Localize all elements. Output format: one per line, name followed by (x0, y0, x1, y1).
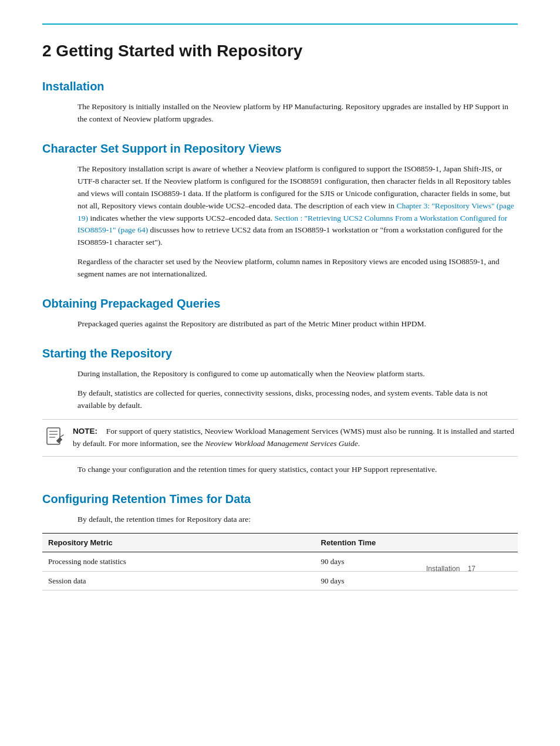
section-configuring: Configuring Retention Times for Data By … (42, 490, 518, 590)
starting-para-1: During installation, the Repository is c… (77, 368, 518, 380)
note-label: NOTE: (73, 427, 104, 436)
character-set-para-2: Regardless of the character set used by … (77, 256, 518, 281)
note-text: For support of query statistics, Neoview… (73, 427, 514, 448)
section-starting: Starting the Repository During installat… (42, 345, 518, 476)
section-heading-character-set: Character Set Support in Repository View… (42, 140, 518, 157)
table-header-metric: Repository Metric (42, 533, 315, 552)
page-footer: Installation 17 (42, 563, 518, 574)
section-installation: Installation The Repository is initially… (42, 77, 518, 126)
note-box: NOTE: For support of query statistics, N… (42, 419, 518, 457)
svg-line-4 (60, 435, 63, 437)
starting-para-2: By default, statistics are collected for… (77, 387, 518, 412)
starting-after-note: To change your configuration and the ret… (77, 464, 518, 476)
retention-table: Repository Metric Retention Time Process… (42, 533, 518, 591)
section-heading-installation: Installation (42, 77, 518, 95)
configuring-para-1: By default, the retention times for Repo… (77, 514, 518, 526)
footer-left: Installation 17 (426, 563, 475, 574)
chapter-title: 2 Getting Started with Repository (42, 39, 518, 63)
section-character-set: Character Set Support in Repository View… (42, 140, 518, 281)
section-heading-configuring: Configuring Retention Times for Data (42, 490, 518, 508)
section-heading-starting: Starting the Repository (42, 345, 518, 362)
link-section-ucs2[interactable]: Section : "Retrieving UCS2 Columns From … (77, 214, 507, 235)
installation-para-1: The Repository is initially installed on… (77, 101, 518, 126)
page-top-rule (42, 23, 518, 25)
prepackaged-para-1: Prepackaged queries against the Reposito… (77, 318, 518, 330)
note-content: NOTE: For support of query statistics, N… (73, 426, 518, 450)
section-prepackaged: Obtaining Prepackaged Queries Prepackage… (42, 295, 518, 330)
section-heading-prepackaged: Obtaining Prepackaged Queries (42, 295, 518, 312)
table-header-retention: Retention Time (315, 533, 518, 552)
table-header-row: Repository Metric Retention Time (42, 533, 518, 552)
note-icon (45, 427, 66, 448)
character-set-para-1: The Repository installation script is aw… (77, 163, 518, 249)
note-italic-ref: Neoview Workload Management Services Gui… (205, 439, 357, 448)
